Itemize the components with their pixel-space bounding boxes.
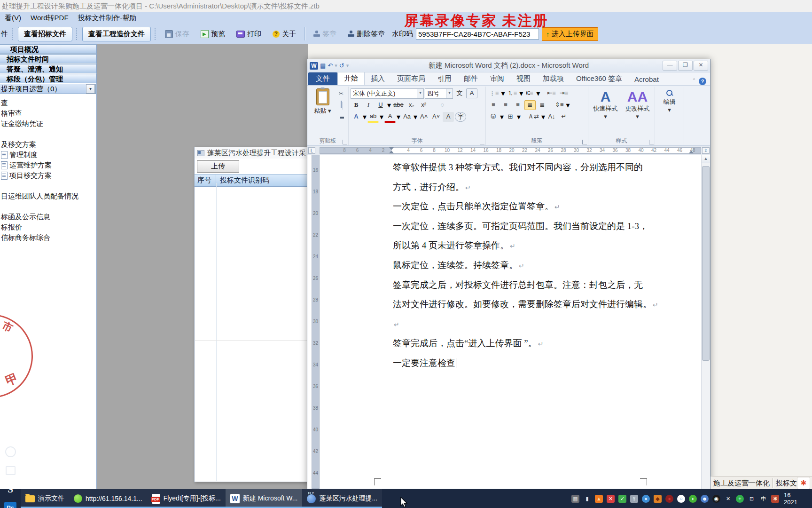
sidebar-section-header[interactable]: 标段（分包）管理 xyxy=(0,74,96,83)
document-line[interactable]: 一定要注意检查 xyxy=(393,353,456,373)
photoshop-icon[interactable]: Ps xyxy=(0,499,21,508)
sidebar-section-dropdown[interactable]: 提升项目运营（0） ▾ xyxy=(0,84,96,94)
maximize-button[interactable]: ❐ xyxy=(678,61,693,71)
tab-other[interactable]: 引用 xyxy=(431,72,458,85)
character-border-icon[interactable]: A xyxy=(466,88,477,98)
text-effects-icon[interactable]: A xyxy=(351,112,362,122)
hanging-indent-marker[interactable] xyxy=(389,151,394,153)
tray-usb-icon[interactable]: ⇪ xyxy=(628,489,640,508)
column-header-code[interactable]: 投标文件识别码 xyxy=(216,175,316,186)
subscript-button[interactable]: x₂ xyxy=(406,100,417,110)
shrink-font-icon[interactable]: A˅ xyxy=(430,112,442,122)
font-color-icon[interactable]: A xyxy=(384,111,396,123)
tab-other[interactable]: 审阅 xyxy=(484,72,510,85)
format-painter-icon[interactable] xyxy=(336,111,346,120)
about-button[interactable]: ?关于 xyxy=(268,27,300,41)
document-line[interactable]: 一次定位，连续多页。可指定页码范围。我们当前设定的是 1-3， xyxy=(393,216,648,236)
ruler-toggle[interactable]: ⇳ xyxy=(702,147,710,154)
qat-customize-icon[interactable]: ▾ xyxy=(346,63,349,69)
scrollbar-thumb[interactable] xyxy=(702,166,710,361)
sign-button[interactable]: 签章 xyxy=(309,27,341,41)
sidebar-item[interactable]: 及移交方案 xyxy=(0,140,36,149)
change-case-icon[interactable]: Aa xyxy=(401,112,413,122)
bold-button[interactable]: B xyxy=(351,100,362,110)
tray-wechat-icon[interactable]: ◗ xyxy=(687,489,699,508)
strikethrough-button[interactable]: abe xyxy=(392,100,405,110)
justify-icon[interactable]: ≣ xyxy=(524,100,536,110)
baidu-input-icon[interactable]: ✱ xyxy=(797,477,810,489)
word-title-bar[interactable]: W ▤ ↶▾ ↺ ▾ 新建 Microsoft Word 文档 (2).docx… xyxy=(307,59,710,72)
asian-layout-icon[interactable]: Ａ⇄ xyxy=(526,112,540,122)
tray-volume-muted-icon[interactable]: ✕ xyxy=(722,489,734,508)
tab-other[interactable]: 视图 xyxy=(510,72,537,85)
preview-button[interactable]: 预览 xyxy=(196,27,229,41)
highlight-color-icon[interactable]: ab xyxy=(367,111,379,123)
tray-green-check-icon[interactable]: ✓ xyxy=(617,489,628,508)
font-size-combo[interactable]: 四号▾ xyxy=(425,88,453,99)
undo-icon[interactable]: ↶ xyxy=(328,62,333,70)
shading-bucket-icon[interactable]: ⛁ xyxy=(488,112,499,122)
document-line[interactable]: 一次定位，点击只能单次指定位置签章。↵ xyxy=(393,197,560,216)
taskbar-penglai-window[interactable]: FLY蓬莱区污水处理提... xyxy=(302,489,382,508)
dialog-launcher-icon[interactable] xyxy=(480,140,484,144)
borders-icon[interactable]: ⊞ xyxy=(505,112,516,122)
document-page[interactable]: 签章软件提供 3 种签章方式。我们对不同内容，分别选用不同的方式，进行介绍。↵一… xyxy=(320,155,702,489)
dialog-launcher-icon[interactable] xyxy=(582,140,587,144)
paste-button[interactable]: 粘贴 ▾ xyxy=(313,88,332,122)
first-line-indent-marker[interactable] xyxy=(389,147,394,150)
delete-sign-button[interactable]: 删除签章 xyxy=(344,27,389,41)
dialog-launcher-icon[interactable] xyxy=(343,140,347,144)
sidebar-section-header[interactable]: 答疑、澄清、通知 xyxy=(0,64,96,73)
bullet-list-icon[interactable]: ⋮≡ xyxy=(488,88,500,98)
view-tender-button[interactable]: 查看招标文件 xyxy=(18,27,72,41)
sidebar-item[interactable]: 证金缴纳凭证 xyxy=(0,119,43,128)
sidebar-item[interactable]: 格审查 xyxy=(0,109,22,118)
sidebar-item[interactable]: 标函及公示信息 xyxy=(0,212,50,222)
underline-button[interactable]: U xyxy=(375,100,386,110)
copy-icon[interactable] xyxy=(336,100,346,110)
start-button[interactable] xyxy=(0,442,21,461)
chevron-down-icon[interactable]: ▾ xyxy=(86,84,95,94)
enclose-character-icon[interactable]: 字 xyxy=(455,112,466,122)
tab-other[interactable]: 加载项 xyxy=(537,72,570,85)
tray-microphone-icon[interactable]: ▮ xyxy=(581,489,593,508)
tray-baidu-paw-icon[interactable]: ✱ xyxy=(769,489,781,508)
menu-item[interactable]: 看(V) xyxy=(0,12,26,24)
sidebar-item[interactable]: 查 xyxy=(0,98,8,108)
tray-ime-zh-icon[interactable]: 中 xyxy=(757,489,769,508)
scroll-up-icon[interactable]: ▲ xyxy=(702,155,710,163)
vertical-scrollbar[interactable]: ▲ xyxy=(701,155,710,489)
increase-indent-icon[interactable]: ⇥≡ xyxy=(558,88,570,98)
taskbar-browser-window[interactable]: http://61.156.14.1... xyxy=(69,489,147,508)
font-name-combo[interactable]: 宋体 (中文正文)▾ xyxy=(351,88,424,99)
tray-network-display-icon[interactable]: ⊡ xyxy=(746,489,757,508)
menu-item[interactable]: 投标文件制作-帮助 xyxy=(73,12,141,24)
close-button[interactable]: ✕ xyxy=(694,61,708,71)
align-center-icon[interactable]: ≡ xyxy=(500,100,511,110)
watermark-code-input[interactable] xyxy=(416,28,539,40)
tray-shield-error-icon[interactable]: ✕ xyxy=(605,489,617,508)
document-line[interactable]: 签章完成之后，对投标文件进行总封包章。注意：封包之后，无 xyxy=(393,275,643,295)
tab-other[interactable]: Office360 签章 xyxy=(570,72,628,85)
redo-icon[interactable]: ↺ xyxy=(339,62,344,70)
tab-other[interactable]: Acrobat xyxy=(628,73,665,85)
dialog-launcher-icon[interactable] xyxy=(649,140,654,144)
tab-other[interactable]: 插入 xyxy=(365,72,391,85)
toolbar-file-partial[interactable]: 件 xyxy=(1,30,8,39)
chevron-down-icon[interactable]: ▾ xyxy=(387,101,391,110)
task-view-button[interactable] xyxy=(0,461,21,480)
multilevel-list-icon[interactable]: ⑆≡ xyxy=(524,88,535,98)
taskbar-folder-window[interactable]: 演示文件 xyxy=(21,489,69,508)
tray-recorder-icon[interactable]: ▦ xyxy=(570,489,581,508)
word-logo-icon[interactable]: W xyxy=(310,62,318,70)
document-line[interactable]: 签章软件提供 3 种签章方式。我们对不同内容，分别选用不同的 xyxy=(393,158,643,177)
tab-other[interactable]: 页面布局 xyxy=(391,72,431,85)
editing-button[interactable]: 编辑 ▾ xyxy=(657,89,682,113)
change-styles-button[interactable]: AA 更改样式▾ xyxy=(623,87,653,138)
s-logo-icon[interactable]: S xyxy=(0,480,21,499)
taskbar-word-window[interactable]: W新建 Microsoft W... xyxy=(226,489,303,508)
column-header-index[interactable]: 序号 xyxy=(195,176,216,185)
tray-qq-icon[interactable]: ◉ xyxy=(710,489,722,508)
italic-button[interactable]: I xyxy=(363,100,374,110)
tray-red-circle-icon[interactable]: ● xyxy=(664,489,675,508)
